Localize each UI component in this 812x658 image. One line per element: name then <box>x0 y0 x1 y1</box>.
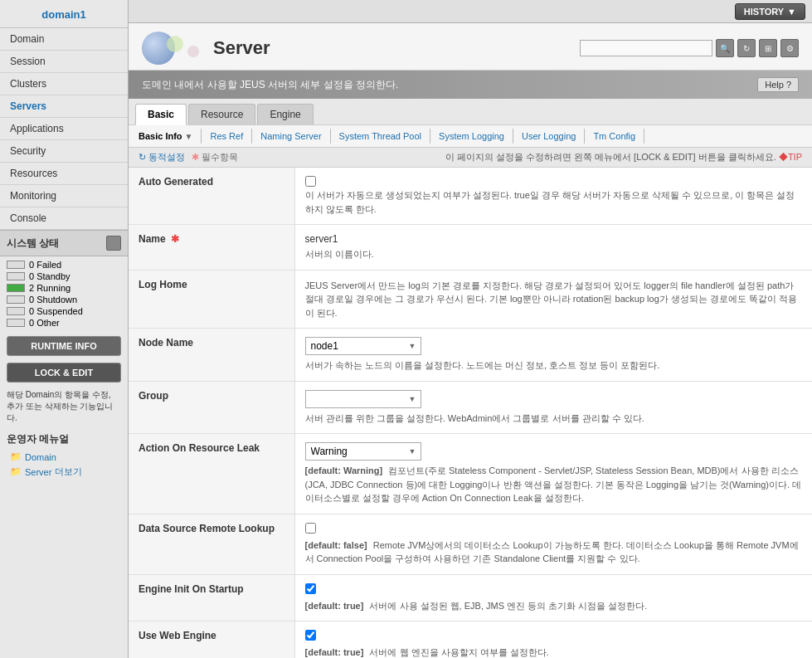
page-header-icons: 🔍 ↻ ⊞ ⚙ <box>580 39 799 57</box>
subtabs: Basic Info ▼ Res Ref Naming Server Syste… <box>129 125 812 148</box>
sidebar-item-servers[interactable]: Servers <box>0 95 128 118</box>
status-other: 0 Other <box>7 318 121 328</box>
subtab-tm-config[interactable]: Tm Config <box>585 129 644 144</box>
sidebar-item-monitoring[interactable]: Monitoring <box>0 185 128 207</box>
more-link[interactable]: 더보기 <box>55 465 82 478</box>
select-wrapper-node-name: node1 <box>305 337 421 355</box>
status-icon <box>106 236 121 251</box>
select-wrapper-resource-leak: Warning <box>305 442 421 461</box>
tab-resource[interactable]: Resource <box>188 104 255 124</box>
default-tag-resource-leak: [default: Warning] <box>305 465 383 475</box>
sidebar-item-applications[interactable]: Applications <box>0 118 128 140</box>
folder-icon-2: 📁 <box>10 466 22 477</box>
status-failed: 0 Failed <box>7 260 121 270</box>
desc-name: 서버의 이름이다. <box>305 247 803 261</box>
row-log-home: Log Home JEUS Server에서 만드는 log의 기본 경로를 지… <box>129 270 812 329</box>
subtab-system-logging[interactable]: System Logging <box>430 129 513 144</box>
status-bar-shutdown <box>7 295 25 304</box>
tab-engine[interactable]: Engine <box>257 104 313 124</box>
sidebar-item-session[interactable]: Session <box>0 51 128 73</box>
value-datasource-remote-lookup: [default: false] Remote JVM상에서의 데이터소스 Lo… <box>294 514 812 574</box>
info-banner: 도메인 내에서 사용할 JEUS 서버의 세부 설정을 정의한다. Help ? <box>129 71 812 99</box>
grid-icon[interactable]: ⊞ <box>759 39 777 57</box>
sidebar-item-resources[interactable]: Resources <box>0 163 128 185</box>
desc-auto-generated: 이 서버가 자동으로 생성되었는지 여부가 설정된다. true일 경우 해당 … <box>305 188 803 216</box>
status-standby: 0 Standby <box>7 271 121 281</box>
operator-domain[interactable]: 📁 Domain <box>0 450 128 464</box>
status-bar-failed <box>7 261 25 269</box>
sidebar-menu: Domain Session Clusters Servers Applicat… <box>0 28 128 230</box>
label-engine-init-startup: Engine Init On Startup <box>129 574 294 621</box>
refresh-small-icon: ↻ <box>139 152 146 163</box>
checkbox-use-web-engine[interactable] <box>305 630 316 641</box>
status-suspended: 0 Suspended <box>7 306 121 316</box>
desc-log-home: JEUS Server에서 만드는 log의 기본 경로를 지정한다. 해당 경… <box>305 279 803 320</box>
select-action-resource-leak[interactable]: Warning <box>305 442 421 461</box>
sidebar: domain1 Domain Session Clusters Servers … <box>0 0 129 658</box>
checkbox-datasource-remote-lookup[interactable] <box>305 523 316 534</box>
refresh-icon[interactable]: ↻ <box>737 39 756 57</box>
runtime-info-button[interactable]: RUNTIME INFO <box>7 336 121 356</box>
system-status-header: 시스템 상태 <box>0 230 128 256</box>
sidebar-domain-title[interactable]: domain1 <box>0 0 128 28</box>
label-group: Group <box>129 381 294 434</box>
subtab-naming-server[interactable]: Naming Server <box>252 129 330 144</box>
name-value: server1 <box>305 233 803 245</box>
row-action-resource-leak: Action On Resource Leak Warning [default… <box>129 434 812 514</box>
select-group[interactable] <box>305 390 421 408</box>
status-list: 0 Failed 0 Standby 2 Running 0 Shutdown … <box>0 256 128 333</box>
row-auto-generated: Auto Generated 이 서버가 자동으로 생성되었는지 여부가 설정된… <box>129 168 812 225</box>
search-input[interactable] <box>580 40 712 56</box>
subtab-res-ref[interactable]: Res Ref <box>202 129 252 144</box>
chevron-down-icon: ▼ <box>787 7 796 17</box>
tab-basic[interactable]: Basic <box>135 104 187 125</box>
gear-icon: ✱ <box>192 152 199 163</box>
help-button[interactable]: Help ? <box>757 77 799 92</box>
sidebar-item-security[interactable]: Security <box>0 140 128 163</box>
operator-menu: 📁 Domain 📁 Server 더보기 <box>0 448 128 481</box>
lock-edit-button[interactable]: LOCK & EDIT <box>7 363 121 383</box>
value-auto-generated: 이 서버가 자동으로 생성되었는지 여부가 설정된다. true일 경우 해당 … <box>294 168 812 225</box>
desc-node-name: 서버가 속하는 노드의 이름을 설정한다. 노드에는 머신 정보, 호스트 정보… <box>305 358 803 373</box>
desc-engine-init-startup: [default: true] 서버에 사용 설정된 웹, EJB, JMS 엔… <box>305 599 803 613</box>
label-log-home: Log Home <box>129 270 294 329</box>
value-name: server1 서버의 이름이다. <box>294 225 812 271</box>
select-node-name[interactable]: node1 <box>305 337 421 355</box>
subtab-system-thread-pool[interactable]: System Thread Pool <box>331 129 430 144</box>
content-area: 도메인 내에서 사용할 JEUS 서버의 세부 설정을 정의한다. Help ?… <box>129 71 812 658</box>
value-node-name: node1 서버가 속하는 노드의 이름을 설정한다. 노드에는 머신 정보, … <box>294 329 812 382</box>
default-tag-engine-init: [default: true] <box>305 601 364 611</box>
main-content: HISTORY ▼ Server 🔍 ↻ ⊞ ⚙ 도메인 내에서 사용할 JEU… <box>129 0 812 658</box>
checkbox-engine-init-startup[interactable] <box>305 583 316 594</box>
desc-action-resource-leak: [default: Warning] 컴포넌트(주로 Stateless Com… <box>305 464 803 505</box>
action-bar-right: 이 페이지의 설정을 수정하려면 왼쪽 메뉴에서 [LOCK & EDIT] 버… <box>445 151 802 163</box>
search-icon[interactable]: 🔍 <box>716 39 734 57</box>
row-engine-init-startup: Engine Init On Startup [default: true] 서… <box>129 574 812 621</box>
history-button[interactable]: HISTORY ▼ <box>735 3 805 20</box>
settings-icon[interactable]: ⚙ <box>780 39 799 57</box>
help-area: Help ? <box>757 77 799 92</box>
subtab-user-logging[interactable]: User Logging <box>513 129 585 144</box>
label-auto-generated: Auto Generated <box>129 168 294 225</box>
sidebar-item-domain[interactable]: Domain <box>0 28 128 51</box>
status-bar-other <box>7 319 25 327</box>
row-use-web-engine: Use Web Engine [default: true] 서버에 웹 엔진을… <box>129 621 812 659</box>
sidebar-item-clusters[interactable]: Clusters <box>0 73 128 95</box>
operator-server[interactable]: 📁 Server 더보기 <box>0 464 128 480</box>
subtab-basic-info[interactable]: Basic Info ▼ <box>139 129 202 144</box>
form-table: Auto Generated 이 서버가 자동으로 생성되었는지 여부가 설정된… <box>129 168 812 658</box>
required-setting-label: ✱ 필수항목 <box>192 151 238 163</box>
sidebar-item-console[interactable]: Console <box>0 207 128 230</box>
value-group: 서버 관리를 위한 그룹을 설정한다. WebAdmin에서 그룹별로 서버를 … <box>294 381 812 434</box>
status-bar-suspended <box>7 307 25 315</box>
row-name: Name ✱ server1 서버의 이름이다. <box>129 225 812 271</box>
default-tag-web-engine: [default: true] <box>305 647 364 657</box>
main-tabs: Basic Resource Engine <box>129 99 812 125</box>
select-wrapper-group <box>305 390 421 408</box>
value-action-resource-leak: Warning [default: Warning] 컴포넌트(주로 State… <box>294 434 812 514</box>
folder-icon: 📁 <box>10 451 22 462</box>
dynamic-setting-toggle[interactable]: ↻ 동적설정 <box>139 151 185 163</box>
header-decorative <box>142 32 175 65</box>
checkbox-auto-generated[interactable] <box>305 176 316 187</box>
label-use-web-engine: Use Web Engine <box>129 621 294 659</box>
